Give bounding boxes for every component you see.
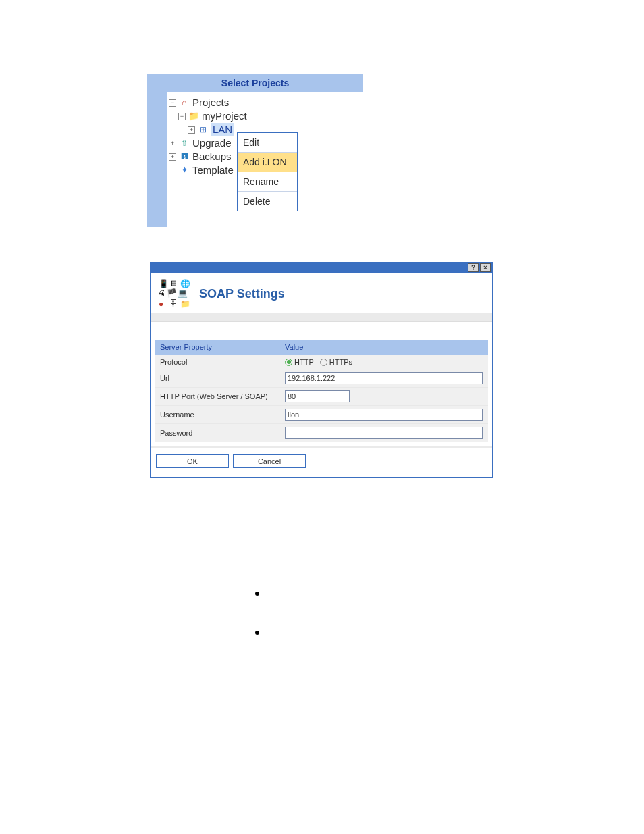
expand-icon[interactable]: + bbox=[188, 126, 195, 134]
collapse-icon[interactable]: − bbox=[169, 99, 176, 107]
input-username[interactable] bbox=[285, 409, 483, 421]
tree-label: Upgrade bbox=[192, 136, 232, 150]
label-protocol: Protocol bbox=[155, 355, 279, 369]
row-port: HTTP Port (Web Server / SOAP) bbox=[155, 388, 488, 406]
tree-item-projects[interactable]: − ⌂ Projects bbox=[167, 96, 363, 109]
row-url: Url bbox=[155, 369, 488, 388]
properties-table: Server Property Value Protocol HTTP HTTP… bbox=[155, 340, 488, 442]
tree-label: Backups bbox=[192, 150, 232, 163]
network-icon: ⊞ bbox=[198, 125, 209, 134]
input-password[interactable] bbox=[285, 427, 483, 439]
column-value: Value bbox=[279, 340, 488, 355]
soap-settings-dialog: ? × 📱 🖥 🌐 🖨 🏴 💻 ● 🗄 📁 SOAP Settings Serv… bbox=[150, 262, 493, 478]
backups-icon: 🖪 bbox=[179, 152, 190, 161]
label-url: Url bbox=[155, 369, 279, 388]
radio-http-label: HTTP bbox=[294, 358, 314, 366]
label-password: Password bbox=[155, 424, 279, 442]
context-delete[interactable]: Delete bbox=[238, 192, 297, 211]
dialog-title: SOAP Settings bbox=[199, 287, 285, 301]
input-url[interactable] bbox=[285, 372, 483, 384]
tree-label: Template bbox=[192, 163, 234, 177]
project-tree-panel: Select Projects − ⌂ Projects − 📁 myProje… bbox=[147, 74, 363, 227]
template-icon: ✦ bbox=[179, 165, 190, 175]
row-password: Password bbox=[155, 424, 488, 442]
dialog-header: 📱 🖥 🌐 🖨 🏴 💻 ● 🗄 📁 SOAP Settings bbox=[151, 273, 492, 313]
upgrade-icon: ⇧ bbox=[179, 138, 190, 148]
bullet-icon bbox=[255, 631, 259, 635]
dialog-subbar bbox=[151, 313, 492, 322]
tree-gutter bbox=[147, 92, 167, 227]
label-username: Username bbox=[155, 406, 279, 424]
tree-label: Projects bbox=[192, 96, 229, 109]
house-icon: ⌂ bbox=[179, 98, 190, 107]
dialog-titlebar: ? × bbox=[151, 263, 492, 273]
expand-icon[interactable]: + bbox=[169, 140, 176, 147]
bullet-icon bbox=[255, 592, 259, 596]
column-property: Server Property bbox=[155, 340, 279, 355]
tree-content: − ⌂ Projects − 📁 myProject + ⊞ LAN + ⇧ U… bbox=[167, 92, 363, 227]
tree-label[interactable]: LAN bbox=[211, 123, 234, 136]
folder-icon: 📁 bbox=[188, 111, 199, 121]
row-username: Username bbox=[155, 406, 488, 424]
help-button[interactable]: ? bbox=[468, 263, 479, 272]
flags-icon-cluster: 📱 🖥 🌐 🖨 🏴 💻 ● 🗄 📁 bbox=[157, 279, 195, 309]
context-menu: Edit Add i.LON Rename Delete bbox=[237, 132, 298, 211]
context-edit[interactable]: Edit bbox=[238, 133, 297, 153]
tree-label: myProject bbox=[202, 109, 247, 123]
dialog-footer: OK Cancel bbox=[151, 446, 492, 477]
tree-title: Select Projects bbox=[147, 74, 363, 92]
row-protocol: Protocol HTTP HTTPs bbox=[155, 355, 488, 369]
collapse-icon[interactable]: − bbox=[178, 113, 186, 120]
context-rename[interactable]: Rename bbox=[238, 172, 297, 192]
label-port: HTTP Port (Web Server / SOAP) bbox=[155, 388, 279, 406]
ok-button[interactable]: OK bbox=[156, 454, 229, 468]
radio-https[interactable] bbox=[320, 359, 327, 366]
radio-https-label: HTTPs bbox=[329, 358, 352, 366]
close-button[interactable]: × bbox=[480, 263, 491, 272]
input-port[interactable] bbox=[285, 390, 350, 402]
radio-http[interactable] bbox=[285, 359, 292, 366]
tree-item-myproject[interactable]: − 📁 myProject bbox=[167, 109, 363, 123]
context-add-ilon[interactable]: Add i.LON bbox=[238, 153, 297, 172]
expand-icon[interactable]: + bbox=[169, 153, 176, 161]
cancel-button[interactable]: Cancel bbox=[233, 454, 306, 468]
